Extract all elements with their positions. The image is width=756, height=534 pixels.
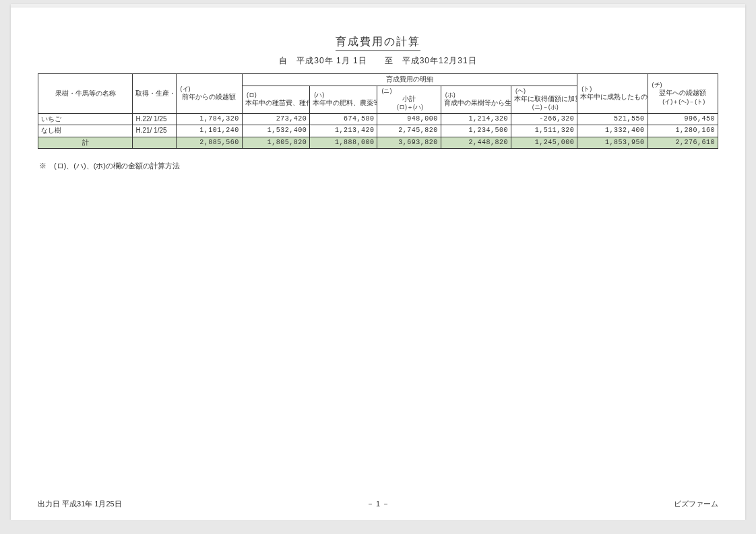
page-footer: 出力日 平成31年 1月25日 － 1 － ビズファーム bbox=[38, 499, 718, 509]
col-he: (ヘ) 本年に取得価額に加算する金額 (ニ)－(ホ) bbox=[511, 86, 577, 113]
document-page: 育成費用の計算 自 平成30年 1月 1日 至 平成30年12月31日 果樹・牛… bbox=[11, 4, 745, 520]
footnote: ※ (ロ)、(ハ)、(ホ)の欄の金額の計算方法 bbox=[38, 161, 718, 171]
cultivation-cost-table: 果樹・牛馬等の名称 取得・生産・定植等の年月日 (イ) 前年からの繰越額 育成費… bbox=[38, 73, 718, 149]
col-carry: (イ) 前年からの繰越額 bbox=[176, 74, 242, 114]
col-chi: (チ) 翌年への繰越額 (イ)＋(ヘ)－(ト) bbox=[648, 74, 718, 114]
col-ro: (ロ) 本年中の種苗費、種付料、素畜費 bbox=[242, 86, 309, 113]
footer-page-number: － 1 － bbox=[38, 499, 718, 509]
col-ha: (ハ) 本年中の肥料、農薬等の投下費用 bbox=[310, 86, 377, 113]
page-content: 育成費用の計算 自 平成30年 1月 1日 至 平成30年12月31日 果樹・牛… bbox=[11, 8, 745, 171]
col-ni: (ニ) 小計 (ロ)＋(ハ) bbox=[377, 86, 441, 113]
table-row: いちご H.22/ 1/25 1,784,320 273,420 674,580… bbox=[38, 113, 718, 125]
col-date: 取得・生産・定植等の年月日 bbox=[133, 74, 176, 114]
table-row: なし樹 H.21/ 1/25 1,101,240 1,532,400 1,213… bbox=[38, 125, 718, 137]
report-period: 自 平成30年 1月 1日 至 平成30年12月31日 bbox=[38, 55, 718, 67]
window-topbar bbox=[11, 4, 745, 7]
col-detail-group: 育成費用の明細 bbox=[242, 74, 577, 86]
col-to: (ト) 本年中に成熟したものの取得価額 bbox=[577, 74, 648, 114]
col-name: 果樹・牛馬等の名称 bbox=[38, 74, 133, 114]
col-ho: (ホ) 育成中の果樹等から生じた収入金額 bbox=[441, 86, 511, 113]
table-row-total: 計 2,885,560 1,805,820 1,888,000 3,693,82… bbox=[38, 137, 718, 149]
page-title: 育成費用の計算 bbox=[336, 35, 420, 51]
